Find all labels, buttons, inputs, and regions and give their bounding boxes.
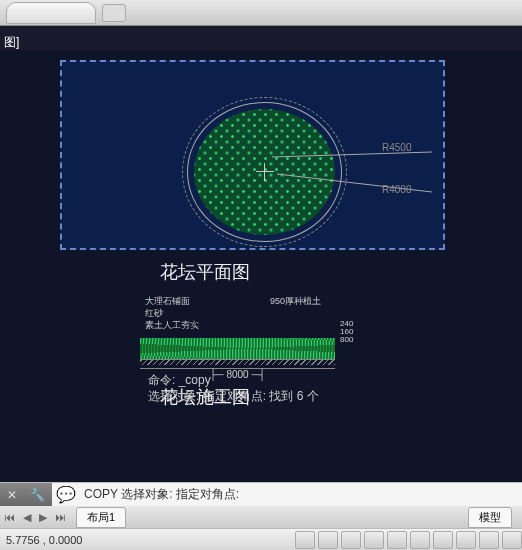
command-tools: ✕ 🔧: [0, 483, 52, 507]
stacked-dimensions: 240 160 800: [340, 320, 353, 344]
selection-window: R4500 R4000: [60, 60, 445, 250]
section-drawing: [140, 310, 335, 360]
status-toggle-button[interactable]: [479, 531, 499, 549]
grass-hatch: [140, 338, 335, 360]
status-toggle-button[interactable]: [341, 531, 361, 549]
status-toggle-button[interactable]: [433, 531, 453, 549]
command-icon: 💬: [52, 485, 80, 504]
command-history: 命令: _copy 选择对象: 指定对角点: 找到 6 个: [148, 372, 319, 404]
command-prompt: COPY 选择对象: 指定对角点:: [80, 486, 239, 503]
close-icon[interactable]: ✕: [7, 488, 17, 502]
command-input[interactable]: [239, 485, 522, 505]
dim-r4500: R4500: [382, 142, 411, 153]
status-toggle-button[interactable]: [364, 531, 384, 549]
command-line-bar: ✕ 🔧 💬 COPY 选择对象: 指定对角点:: [0, 482, 522, 506]
status-bar: 5.7756 , 0.0000: [0, 528, 522, 550]
status-toggle-button[interactable]: [387, 531, 407, 549]
tab-scroll-next-icon[interactable]: ▶: [35, 511, 51, 524]
layout-tab-bar: ⏮ ◀ ▶ ⏭ 布局1 模型: [0, 506, 522, 528]
status-toggle-button[interactable]: [502, 531, 522, 549]
tab-scroll-first-icon[interactable]: ⏮: [0, 511, 19, 523]
tab-scroll-last-icon[interactable]: ⏭: [51, 511, 70, 523]
tab-model[interactable]: 模型: [468, 507, 512, 528]
wrench-icon[interactable]: 🔧: [30, 488, 45, 502]
status-toggle-button[interactable]: [318, 531, 338, 549]
drawing-canvas[interactable]: R4500 R4000 花坛平面图 大理石铺面 红砂 素土人工夯实 950厚种植…: [0, 50, 522, 482]
coordinates-display: 5.7756 , 0.0000: [6, 534, 82, 546]
browser-tab-bar: [0, 0, 522, 26]
status-toggle-button[interactable]: [295, 531, 315, 549]
section-notes-right: 950厚种植土: [270, 295, 321, 308]
plan-view-label: 花坛平面图: [160, 260, 250, 284]
dim-r4000: R4000: [382, 184, 411, 195]
browser-tab[interactable]: [6, 2, 96, 24]
status-toggle-button[interactable]: [456, 531, 476, 549]
status-toggle-button[interactable]: [410, 531, 430, 549]
new-tab-button[interactable]: [102, 4, 126, 22]
tab-layout1[interactable]: 布局1: [76, 507, 126, 528]
tab-scroll-prev-icon[interactable]: ◀: [19, 511, 35, 524]
